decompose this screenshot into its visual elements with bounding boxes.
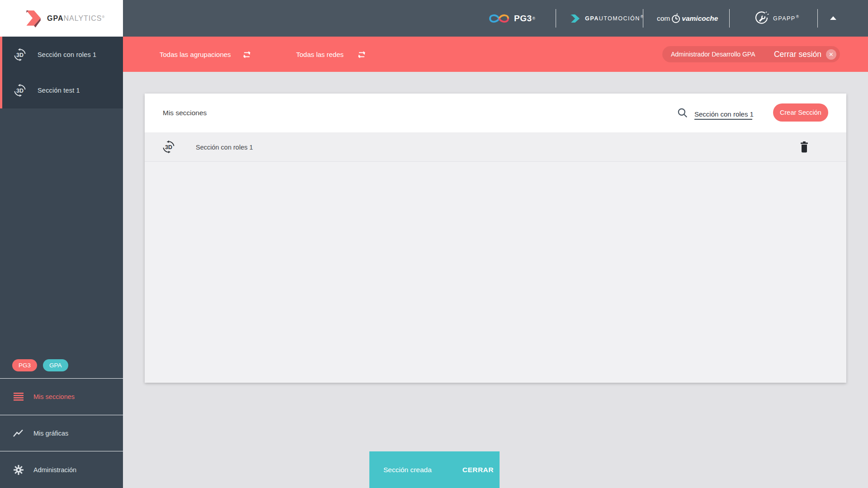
gear-icon: [13, 465, 24, 475]
sidebar-item-seccion-test-1[interactable]: 3D Sección test 1: [2, 72, 123, 108]
pg3-infinity-icon: [488, 13, 510, 24]
sidebar-badges: PG3 GPA: [12, 359, 68, 371]
filter-all-networks[interactable]: Todas las redes: [296, 37, 344, 72]
svg-text:3D: 3D: [16, 52, 24, 58]
compravamicoche-brand-logo: com vamicoche: [657, 0, 718, 37]
gpanalytics-logo-icon: [22, 9, 42, 28]
section-row-label: Sección con roles 1: [196, 132, 253, 162]
swap-networks-icon[interactable]: [356, 49, 367, 60]
top-header: PG3® GPAUTOMOCIÓN® com vamicoche GPAPP®: [123, 0, 868, 37]
compravamicoche-label-part2: vamicoche: [682, 14, 718, 23]
header-divider: [729, 9, 730, 28]
sidebar-item-mis-secciones[interactable]: Mis secciones: [0, 379, 123, 415]
svg-text:3D: 3D: [165, 144, 172, 150]
sections-list: 3D Sección con roles 1: [145, 132, 846, 383]
filter-bar: Todas las agrupaciones Todas las redes A…: [123, 37, 868, 72]
sidebar-item-seccion-con-roles-1[interactable]: 3D Sección con roles 1: [2, 37, 123, 72]
3d-rotation-icon: 3D: [162, 140, 175, 154]
toast-message: Sección creada: [383, 466, 432, 474]
menu-icon: [13, 392, 24, 401]
collapse-header-caret-icon[interactable]: [830, 16, 836, 20]
gpautomocion-brand-label: GPAUTOMOCIÓN®: [585, 14, 644, 22]
line-chart-icon: [13, 429, 24, 438]
svg-text:3D: 3D: [16, 88, 24, 94]
header-divider: [817, 9, 818, 28]
sidebar-item-label: Sección con roles 1: [38, 51, 96, 58]
sidebar-item-mis-graficas[interactable]: Mis gráficas: [0, 415, 123, 451]
gpapp-brand-label: GPAPP®: [773, 14, 799, 22]
create-section-button[interactable]: Crear Sección: [773, 103, 828, 122]
section-row-seccion-con-roles-1[interactable]: 3D Sección con roles 1: [145, 132, 846, 162]
header-divider: [556, 9, 556, 28]
toast-close-button[interactable]: CERRAR: [462, 466, 494, 474]
gpautomocion-arrow-icon: [570, 13, 581, 24]
clock-icon: [671, 13, 681, 24]
gpapp-brand-logo: GPAPP®: [754, 0, 799, 37]
search-icon[interactable]: [677, 107, 689, 119]
gpanalytics-logo: GPANALYTICS®: [0, 0, 123, 37]
pg3-brand-label: PG3: [514, 14, 532, 23]
gpapp-wrench-icon: [754, 11, 769, 26]
compravamicoche-label-part1: com: [657, 14, 670, 23]
sidebar-item-label: Sección test 1: [38, 87, 80, 94]
gpautomocion-brand-logo: GPAUTOMOCIÓN®: [570, 0, 644, 37]
header-divider: [643, 9, 643, 28]
pg3-brand-logo: PG3®: [488, 0, 535, 37]
session-pill: Administrador Desarrollo GPA Cerrar sesi…: [662, 46, 840, 62]
trash-icon[interactable]: [799, 141, 809, 153]
sidebar-sections-group: 3D Sección con roles 1 3D Sección test 1: [0, 37, 123, 108]
logout-button[interactable]: Cerrar sesión: [774, 50, 821, 59]
filter-all-groupings[interactable]: Todas las agrupaciones: [160, 37, 231, 72]
current-user-label: Administrador Desarrollo GPA: [671, 51, 755, 58]
logout-close-icon[interactable]: ✕: [826, 49, 836, 60]
page-title: Mis secciones: [163, 94, 207, 132]
toast-notification: Sección creada CERRAR: [369, 451, 500, 488]
swap-groupings-icon[interactable]: [241, 49, 252, 60]
search-input-value: Sección con roles 1: [694, 110, 754, 119]
gpa-badge[interactable]: GPA: [43, 359, 68, 371]
pg3-badge[interactable]: PG3: [12, 359, 37, 371]
3d-rotation-icon: 3D: [13, 48, 27, 61]
search-input[interactable]: Sección con roles 1: [694, 108, 752, 120]
gpanalytics-logo-text: GPANALYTICS®: [47, 14, 105, 23]
sidebar-item-label: Mis secciones: [33, 393, 75, 400]
main-panel: Mis secciones Sección con roles 1 Crear …: [145, 94, 846, 383]
sidebar: GPANALYTICS® 3D Sección con roles 1 3D S…: [0, 0, 123, 488]
3d-rotation-icon: 3D: [13, 84, 27, 97]
sidebar-item-administracion[interactable]: Administración: [0, 451, 123, 488]
sidebar-item-label: Mis gráficas: [33, 430, 68, 437]
sidebar-item-label: Administración: [33, 466, 76, 474]
panel-header: Mis secciones Sección con roles 1 Crear …: [145, 94, 846, 132]
